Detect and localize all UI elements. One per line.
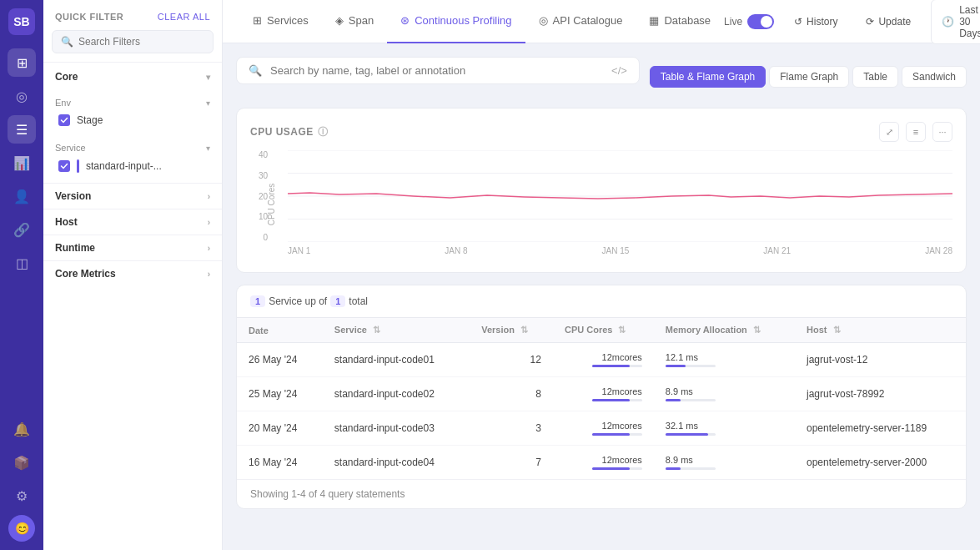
filter-item-service[interactable]: standard-input-... — [55, 156, 210, 176]
filter-group-version[interactable]: Version › — [43, 183, 222, 209]
filter-item-service-label: standard-input-... — [86, 160, 162, 172]
y-axis-title: CPU Cores — [267, 184, 276, 226]
expand-icon[interactable]: ⤢ — [879, 122, 899, 142]
mem-bar-fill-0 — [666, 365, 686, 367]
clear-all-button[interactable]: Clear All — [158, 12, 210, 22]
nav-icon-alerts[interactable]: ◎ — [8, 82, 36, 110]
chevron-right-icon-core-metrics: › — [208, 270, 210, 279]
view-btn-table[interactable]: Table — [852, 66, 898, 88]
update-button[interactable]: ⟳ Update — [857, 12, 919, 32]
date-range-label: Last 30 Days — [959, 4, 980, 39]
view-btn-flame-graph[interactable]: Flame Graph — [769, 66, 849, 88]
mem-bar-2: 32.1 ms — [666, 421, 783, 436]
app-logo[interactable]: SB — [8, 8, 35, 35]
code-icon[interactable]: </> — [611, 64, 627, 77]
cell-version-2: 3 — [470, 411, 553, 446]
filter-group-host[interactable]: Host › — [43, 209, 222, 235]
filter-subgroup-env: Env ▾ Stage — [43, 91, 222, 136]
nav-icon-charts[interactable]: 📊 — [8, 149, 36, 177]
filter-subgroup-service-label: Service — [55, 143, 86, 153]
tab-api-catalogue[interactable]: ◎ API Catalogue — [525, 0, 636, 43]
cpu-usage-chart-card: CPU USAGE ⓘ ⤢ ≡ ··· CPU Cores 40 30 20 1… — [236, 108, 967, 273]
checkbox-service[interactable] — [58, 160, 70, 172]
table-header-row: Date Service ⇅ Version ⇅ CPU Cores ⇅ Mem… — [237, 318, 966, 343]
summary-count-badge: 1 — [250, 295, 265, 307]
filter-title: QUICK FILTER — [55, 12, 123, 22]
col-cpu-cores[interactable]: CPU Cores ⇅ — [553, 318, 654, 343]
mem-bar-1: 8.9 ms — [666, 386, 783, 401]
x-label-jan1: JAN 1 — [288, 246, 310, 255]
table-row: 20 May '24 standard-input-code03 3 12mco… — [237, 411, 966, 446]
cpu-bar-fill-2 — [592, 433, 630, 436]
x-label-jan28: JAN 28 — [925, 246, 952, 255]
top-nav: ⊞ Services ◈ Span ⊛ Continuous Profiling… — [223, 0, 980, 43]
y-label-30: 30 — [259, 171, 268, 180]
main-search-input[interactable] — [270, 64, 603, 77]
cpu-bar-1: 12mcores — [565, 386, 642, 401]
live-toggle-container: Live — [724, 14, 774, 29]
checkbox-stage[interactable] — [58, 114, 70, 126]
user-avatar[interactable]: 😊 — [8, 515, 35, 542]
mem-bar-track-3 — [666, 467, 716, 470]
nav-icon-infrastructure[interactable]: ◫ — [8, 249, 36, 277]
filter-item-stage-label: Stage — [77, 114, 103, 126]
filter-group-core-metrics[interactable]: Core Metrics › — [43, 260, 222, 286]
nav-icon-packages[interactable]: 📦 — [8, 448, 36, 477]
cpu-bar-track-1 — [592, 399, 642, 401]
tab-span-label: Span — [349, 14, 374, 27]
col-version[interactable]: Version ⇅ — [470, 318, 553, 343]
search-icon-main: 🔍 — [249, 64, 262, 77]
tab-span[interactable]: ◈ Span — [322, 0, 387, 43]
filter-search-input[interactable] — [78, 36, 204, 48]
chevron-right-icon-runtime: › — [208, 244, 210, 253]
cpu-value-2: 12mcores — [602, 421, 642, 431]
summary-text: Service up of — [269, 295, 327, 307]
filter-icon[interactable]: ≡ — [906, 122, 926, 142]
cell-version-0: 12 — [470, 343, 553, 377]
cell-host-2: opentelemetry-server-1189 — [795, 411, 966, 446]
nav-icon-integrations[interactable]: 🔗 — [8, 215, 36, 244]
nav-icon-users[interactable]: 👤 — [8, 182, 36, 210]
nav-icon-home[interactable]: ⊞ — [8, 48, 36, 77]
main-content: ⊞ Services ◈ Span ⊛ Continuous Profiling… — [223, 0, 980, 550]
view-btn-sandwich[interactable]: Sandwich — [902, 66, 967, 88]
mem-value-0: 12.1 ms — [666, 352, 698, 362]
view-btn-table-flame[interactable]: Table & Flame Graph — [650, 66, 766, 88]
nav-icon-settings[interactable]: ⚙ — [8, 482, 36, 510]
service-divider — [77, 159, 79, 173]
tab-database[interactable]: ▦ Database — [636, 0, 724, 43]
mem-bar-3: 8.9 ms — [666, 455, 783, 470]
y-label-40: 40 — [259, 150, 268, 159]
filter-group-version-label: Version — [55, 190, 91, 202]
cell-version-1: 8 — [470, 377, 553, 411]
mem-bar-0: 12.1 ms — [666, 352, 783, 367]
col-memory-allocation[interactable]: Memory Allocation ⇅ — [654, 318, 795, 343]
tab-services[interactable]: ⊞ Services — [239, 0, 322, 43]
nav-icon-notifications[interactable]: 🔔 — [8, 415, 36, 443]
col-date[interactable]: Date — [237, 318, 323, 343]
y-label-20: 20 — [259, 192, 268, 201]
filter-group-runtime-label: Runtime — [55, 242, 95, 254]
info-icon[interactable]: ⓘ — [318, 125, 329, 139]
calendar-icon: 🕐 — [942, 16, 954, 28]
date-range-button[interactable]: 🕐 Last 30 Days ▾ — [931, 0, 980, 44]
live-toggle[interactable] — [747, 14, 774, 29]
col-host[interactable]: Host ⇅ — [795, 318, 966, 343]
tab-continuous-profiling[interactable]: ⊛ Continuous Profiling — [387, 0, 525, 43]
filter-header: QUICK FILTER Clear All — [43, 0, 222, 30]
mem-bar-track-0 — [666, 365, 716, 367]
col-service[interactable]: Service ⇅ — [323, 318, 470, 343]
filter-subgroup-env-header[interactable]: Env ▾ — [55, 94, 210, 111]
cell-host-3: opentelemetry-server-2000 — [795, 446, 966, 480]
y-axis-labels: 40 30 20 10 0 — [259, 150, 268, 242]
filter-group-core-header[interactable]: Core ▾ — [43, 63, 222, 91]
cell-memory-0: 12.1 ms — [654, 343, 795, 377]
filter-item-stage[interactable]: Stage — [55, 111, 210, 129]
filter-group-runtime[interactable]: Runtime › — [43, 235, 222, 260]
more-icon[interactable]: ··· — [932, 122, 952, 142]
history-button[interactable]: ↺ History — [786, 12, 846, 32]
filter-subgroup-service-header[interactable]: Service ▾ — [55, 139, 210, 156]
cell-service-0: standard-input-code01 — [323, 343, 470, 377]
nav-icon-logs[interactable]: ☰ — [8, 115, 36, 144]
chevron-down-icon-env: ▾ — [206, 98, 210, 108]
